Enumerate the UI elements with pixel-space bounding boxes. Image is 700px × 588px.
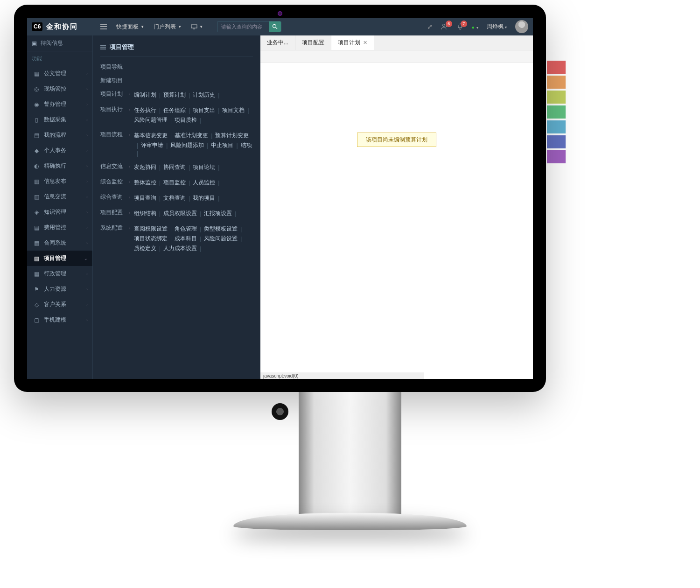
flyout-link[interactable]: 文档查询 <box>163 193 186 203</box>
flyout-link[interactable]: 整体监控 <box>134 178 156 188</box>
flyout-link[interactable]: 任务执行 <box>134 105 156 115</box>
flyout-group-label[interactable]: 项目流程› <box>100 131 134 139</box>
flyout-link[interactable]: 项目支出 <box>193 105 215 115</box>
tab[interactable]: 项目配置 <box>295 35 331 50</box>
flyout-link[interactable]: 项目监控 <box>163 178 186 188</box>
flyout-links: 任务执行|任务追踪|项目支出|项目文档|风险问题管理|项目质检| <box>134 105 253 125</box>
topnav-device[interactable]: ▼ <box>187 22 207 31</box>
flyout-link[interactable]: 项目质检 <box>175 115 197 125</box>
bell-icon[interactable]: 7 <box>457 23 463 30</box>
sidebar-item[interactable]: ▦行政管理› <box>27 266 92 281</box>
flyout-link[interactable]: 风险问题添加 <box>170 140 204 150</box>
flyout-link[interactable]: 成员权限设置 <box>163 209 197 218</box>
flyout-group-label[interactable]: 信息交流› <box>100 162 134 170</box>
flyout-link[interactable]: 中止项目 <box>211 140 233 150</box>
chevron-right-icon: › <box>86 210 88 215</box>
sidebar-item[interactable]: ▦合同系统› <box>27 235 92 251</box>
topnav-portals[interactable]: 门户列表 ▼ <box>150 21 185 33</box>
username[interactable]: 周烨枫 ▾ <box>487 23 507 31</box>
sidebar-item-label: 行政管理 <box>44 270 66 278</box>
username-text: 周烨枫 <box>487 23 504 30</box>
sidebar-item[interactable]: ▦信息发布› <box>27 174 92 189</box>
flyout-link[interactable]: 类型模板设置 <box>204 224 238 234</box>
flyout-link[interactable]: 项目论坛 <box>193 162 215 172</box>
sidebar-item[interactable]: ◉督办管理› <box>27 97 92 112</box>
flyout-link[interactable]: 汇报项设置 <box>204 209 232 218</box>
toggle-sidebar-icon[interactable] <box>97 22 111 31</box>
flyout-link[interactable]: 项目状态绑定 <box>134 234 168 244</box>
sidebar-item-label: 信息交流 <box>44 193 66 201</box>
users-icon[interactable]: 6 <box>441 23 448 30</box>
sidebar-item-label: 数据采集 <box>44 116 66 124</box>
searchbox <box>217 21 281 32</box>
flyout-link[interactable]: 预算计划 <box>163 90 186 100</box>
chevron-right-icon: › <box>129 180 130 184</box>
sidebar-item[interactable]: ◐精确执行› <box>27 158 92 174</box>
sidebar-item[interactable]: ▤费用管控› <box>27 220 92 235</box>
sidebar-item[interactable]: ◈知识管理› <box>27 204 92 220</box>
flyout-link[interactable]: 人员监控 <box>193 178 215 188</box>
flyout-link[interactable]: 任务追踪 <box>163 105 186 115</box>
topnav-quickpanel[interactable]: 快捷面板 ▼ <box>112 21 148 33</box>
flyout-group-label[interactable]: 新建项目 <box>100 77 134 84</box>
flyout-link[interactable]: 评审申请 <box>141 140 163 150</box>
flyout-link[interactable]: 查阅权限设置 <box>134 224 168 234</box>
tab[interactable]: 业务中... <box>260 35 295 50</box>
sidebar-item[interactable]: ▤项目管理⌄ <box>27 251 92 266</box>
separator: | <box>170 236 172 242</box>
flyout-link[interactable]: 组织结构 <box>134 209 156 218</box>
flyout-group: 项目配置›组织结构|成员权限设置|汇报项设置| <box>100 206 253 221</box>
flyout-group-label[interactable]: 项目导航 <box>100 63 134 71</box>
monitor-icon <box>191 24 197 29</box>
flyout-link[interactable]: 预算计划变更 <box>215 131 249 140</box>
flyout-link[interactable]: 角色管理 <box>175 224 197 234</box>
flyout-link[interactable]: 编制计划 <box>134 90 156 100</box>
chevron-right-icon: › <box>86 287 88 292</box>
sidebar-item[interactable]: ▯数据采集› <box>27 112 92 127</box>
chevron-right-icon: › <box>86 148 88 153</box>
sidebar-item-icon: ◐ <box>34 163 39 169</box>
flyout-link[interactable]: 成本科目 <box>175 234 197 244</box>
avatar[interactable] <box>515 20 528 33</box>
expand-icon[interactable]: ⤢ <box>427 23 433 30</box>
flyout-link[interactable]: 协同查询 <box>163 162 186 172</box>
flyout-group-label[interactable]: 项目配置› <box>100 209 134 217</box>
flyout-link[interactable]: 人力成本设置 <box>163 244 197 253</box>
search-input[interactable] <box>217 21 269 32</box>
sidebar-item[interactable]: ▥信息交流› <box>27 189 92 204</box>
flyout-link[interactable]: 项目文档 <box>222 105 245 115</box>
sidebar-item-icon: ◎ <box>34 86 39 92</box>
sidebar-item[interactable]: ◆个人事务› <box>27 143 92 158</box>
flyout-link[interactable]: 计划历史 <box>193 90 215 100</box>
flyout-group-label[interactable]: 项目执行› <box>100 105 134 113</box>
flyout-link[interactable]: 基本信息变更 <box>134 131 168 140</box>
flyout-link[interactable]: 质检定义 <box>134 244 156 253</box>
sidebar-item[interactable]: ▤我的流程› <box>27 127 92 143</box>
sidebar-item[interactable]: ▢手机建模› <box>27 312 92 328</box>
search-button[interactable] <box>269 21 281 32</box>
flyout-group-label[interactable]: 项目计划› <box>100 90 134 98</box>
sidebar-item[interactable]: ◇客户关系› <box>27 297 92 312</box>
flyout-link[interactable]: 结项 <box>241 140 252 150</box>
tab-label: 业务中... <box>267 39 288 47</box>
tab[interactable]: 项目计划✕ <box>331 35 374 50</box>
flyout-link[interactable]: 风险问题管理 <box>134 115 168 125</box>
flyout-group-label[interactable]: 系统配置› <box>100 224 134 232</box>
sidebar-item[interactable]: ⚑人力资源› <box>27 281 92 297</box>
tab-label: 项目配置 <box>302 39 324 47</box>
sidebar-item[interactable]: ▦公文管理› <box>27 66 92 81</box>
sidebar-inbox[interactable]: ▣ 待阅信息 <box>27 35 92 51</box>
flyout-link[interactable]: 风险问题设置 <box>204 234 238 244</box>
flyout-link[interactable]: 发起协同 <box>134 162 156 172</box>
topnav-label: 门户列表 <box>154 23 176 31</box>
flyout-group-label[interactable]: 综合查询› <box>100 193 134 201</box>
separator: | <box>200 210 201 217</box>
sidebar-item[interactable]: ◎现场管控› <box>27 81 92 97</box>
flyout-link[interactable]: 我的项目 <box>193 193 215 203</box>
close-icon[interactable]: ✕ <box>363 40 367 46</box>
logo-badge: C6 <box>32 22 42 31</box>
status-indicator[interactable]: ● ▾ <box>472 23 478 30</box>
flyout-group-label[interactable]: 综合监控› <box>100 178 134 186</box>
flyout-link[interactable]: 项目查询 <box>134 193 156 203</box>
flyout-link[interactable]: 基准计划变更 <box>175 131 208 140</box>
